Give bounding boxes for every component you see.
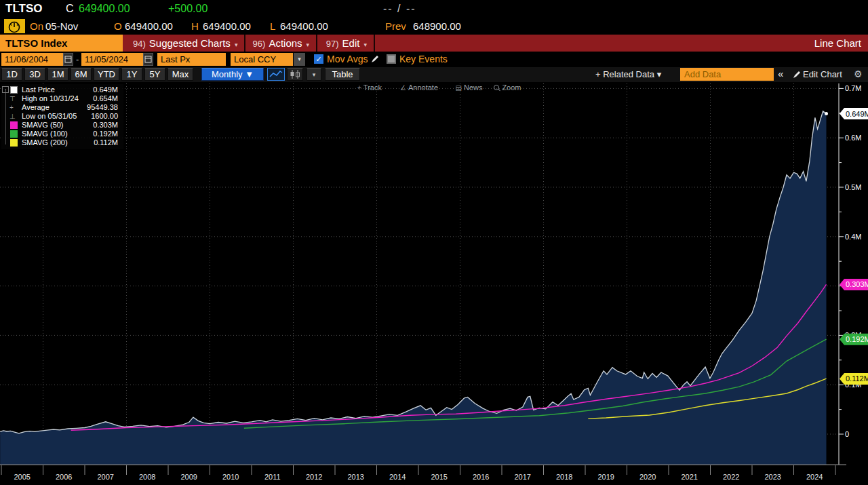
frequency-dropdown[interactable]: Monthly ▼ (201, 68, 264, 81)
x-year-label: 2007 (98, 473, 114, 481)
annotate-button[interactable]: ∠Annotate (400, 83, 438, 92)
currency-dropdown-arrow[interactable]: ▾ (294, 53, 305, 66)
legend-row-smavg-200-[interactable]: SMAVG (200)0.112M (1, 138, 123, 147)
price-type-field[interactable]: Last Px (157, 53, 226, 66)
last-price-marker (825, 112, 828, 115)
chevron-down-icon: ▾ (363, 41, 367, 48)
candle-chart-type-icon[interactable] (287, 68, 303, 81)
pencil-icon (792, 70, 802, 82)
x-year-label: 2021 (682, 473, 698, 481)
last-price-swatch (10, 86, 18, 94)
period-button-3d[interactable]: 3D (24, 68, 45, 81)
table-button[interactable]: Table (325, 68, 360, 81)
x-year-label: 2006 (56, 473, 72, 481)
x-year-label: 2020 (639, 473, 656, 481)
security-field[interactable]: TLTSO Index (0, 35, 123, 52)
add-data-input[interactable]: Add Data (680, 68, 774, 81)
period-button-5y[interactable]: 5Y (144, 68, 165, 81)
menu-bar: TLTSO Index 94)Suggested Charts▾96)Actio… (0, 35, 868, 52)
key-events-label: Key Events (399, 54, 448, 64)
legend-value: 0.112M (94, 138, 118, 147)
chevron-down-icon: ▾ (235, 41, 238, 48)
title-bar: TLTSO C 649400.00 +500.00 -- / -- (0, 0, 868, 18)
on-label: On (30, 20, 43, 32)
settings-bar: 11/06/2004 - 11/05/2024 Last Px Local CC… (0, 52, 868, 67)
low-label: L (270, 20, 275, 32)
price-chart-canvas[interactable]: 0.7M0.6M0.5M0.4M0.3M0.2M0.1M020052006200… (0, 82, 868, 485)
high-marker: ⊤ (9, 94, 16, 103)
legend-value: 0.192M (93, 130, 118, 138)
legend-label: SMAVG (50) (22, 121, 64, 130)
chart-toolbar: 1D3D1M6MYTD1Y5YMax Monthly ▼ ▾ Table + R… (0, 67, 868, 82)
legend-label: Low on 05/31/05 (22, 112, 77, 121)
legend-row-high-on-10-31-24[interactable]: ⊤High on 10/31/240.654M (1, 94, 123, 103)
menu-item-number: 96) (253, 39, 266, 49)
period-button-1d[interactable]: 1D (1, 68, 22, 81)
high-value: 649400.00 (203, 20, 251, 32)
legend-value: 0.649M (93, 85, 118, 94)
date-to-input[interactable]: 11/05/2024 (81, 53, 143, 66)
chart-type-more-dropdown[interactable]: ▾ (307, 68, 321, 81)
period-button-1y[interactable]: 1Y (121, 68, 142, 81)
prev-label: Prev (385, 20, 406, 32)
legend-row-average[interactable]: +Average95449.38 (1, 103, 123, 112)
open-value: 649400.00 (125, 20, 173, 32)
y-tick-label: 0.6M (845, 134, 861, 142)
gear-icon[interactable]: ⚙ (854, 69, 863, 79)
calendar-icon[interactable] (143, 53, 153, 66)
legend-row-low-on-05-31-05[interactable]: ⊥Low on 05/31/051600.00 (1, 112, 123, 121)
zoom-button[interactable]: Zoom (494, 83, 521, 92)
date-from-input[interactable]: 11/06/2004 (1, 53, 63, 66)
related-data-button[interactable]: + Related Data ▾ (595, 69, 661, 79)
menu-item-suggested-charts[interactable]: 94)Suggested Charts▾ (126, 35, 245, 52)
legend-label: High on 10/31/24 (22, 94, 79, 103)
legend-label: Average (22, 103, 50, 112)
quote-bar: On 05-Nov O 649400.00 H 649400.00 L 6494… (0, 18, 868, 35)
change-value: +500.00 (168, 3, 208, 15)
x-year-label: 2015 (431, 473, 448, 481)
calendar-icon[interactable] (63, 53, 73, 66)
x-year-label: 2023 (765, 473, 781, 481)
period-button-max[interactable]: Max (167, 68, 193, 81)
pencil-icon[interactable] (370, 54, 380, 66)
menu-item-number: 97) (326, 39, 339, 49)
legend-row-smavg-100-[interactable]: SMAVG (100)0.192M (1, 130, 123, 138)
menu-item-actions[interactable]: 96)Actions▾ (246, 35, 318, 52)
close-label: C (66, 3, 74, 15)
legend-collapse-icon[interactable]: - (2, 86, 9, 93)
prev-value: 648900.00 (413, 20, 461, 32)
legend-label: SMAVG (100) (22, 130, 68, 138)
last-price-value: 649400.00 (79, 3, 130, 15)
x-year-label: 2013 (348, 473, 364, 481)
collapse-panel-button[interactable]: « (778, 68, 783, 79)
menu-item-edit[interactable]: 97)Edit▾ (319, 35, 375, 52)
tool-label: Annotate (408, 83, 438, 92)
mov-avgs-checkbox[interactable]: ✓ (314, 54, 323, 64)
period-button-6m[interactable]: 6M (71, 68, 92, 81)
line-chart-type-icon[interactable] (267, 68, 285, 81)
gauge-icon[interactable] (4, 19, 25, 35)
period-button-ytd[interactable]: YTD (94, 68, 119, 81)
currency-field[interactable]: Local CCY (231, 53, 293, 66)
date-range-dash: - (76, 54, 79, 64)
legend-value: 1600.00 (91, 112, 118, 121)
menu-item-label: Suggested Charts (149, 37, 231, 49)
period-button-1m[interactable]: 1M (47, 68, 68, 81)
edit-chart-button[interactable]: Edit Chart (803, 69, 842, 79)
legend-row-last-price[interactable]: Last Price0.649M (1, 85, 123, 94)
x-year-label: 2010 (222, 473, 239, 481)
legend-row-smavg-50-[interactable]: SMAVG (50)0.303M (1, 121, 123, 130)
key-events-checkbox[interactable] (387, 54, 396, 64)
smavg200-swatch (10, 139, 18, 147)
chart-type-label: Line Chart (814, 35, 861, 52)
y-tick-label: 0.7M (845, 84, 861, 92)
chevron-down-icon: ▾ (307, 41, 310, 48)
menu-item-label: Edit (342, 37, 360, 49)
legend-value: 0.654M (93, 94, 118, 103)
legend-label: Last Price (22, 85, 55, 94)
x-year-label: 2011 (264, 473, 281, 481)
news-button[interactable]: ▤News (456, 83, 483, 92)
track-button[interactable]: +Track (357, 83, 382, 92)
zoom-icon (494, 85, 499, 90)
x-year-label: 2012 (306, 473, 322, 481)
